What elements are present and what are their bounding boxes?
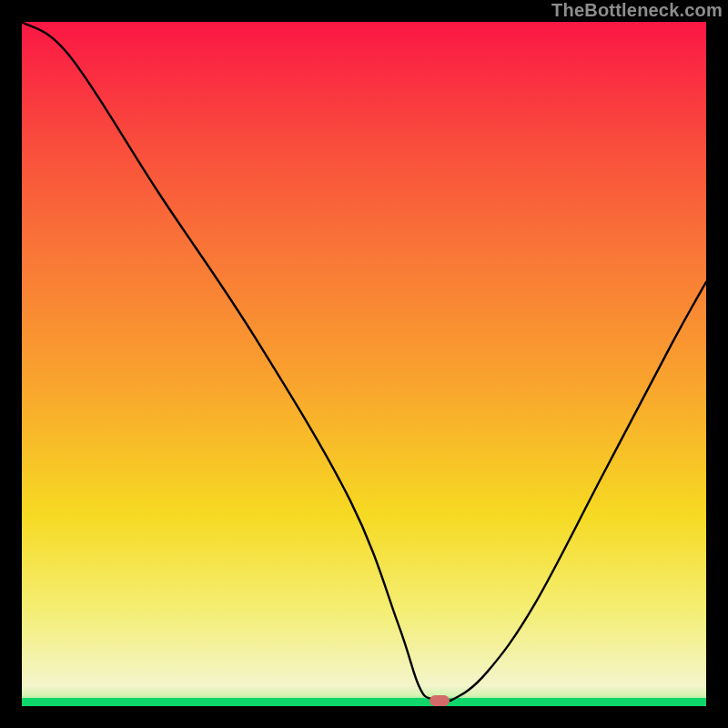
plot-area [22,22,706,706]
optimal-point-marker [430,695,450,706]
bottleneck-curve [22,22,706,706]
chart-frame: TheBottleneck.com [0,0,728,728]
watermark-text: TheBottleneck.com [551,0,723,21]
